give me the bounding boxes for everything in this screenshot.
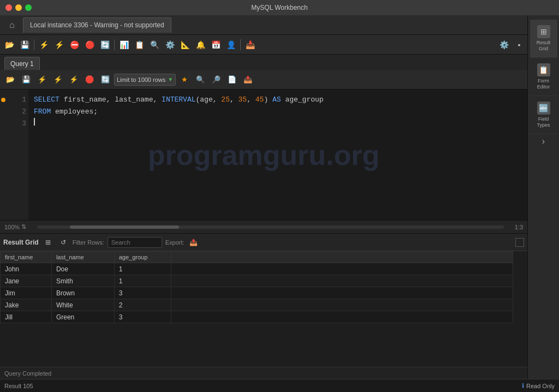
sql-editor[interactable]: 1 2 3 SELECT first_name, last_name, INTE… <box>0 90 527 221</box>
data-table: first_name last_name age_group JohnDoe1J… <box>0 251 527 377</box>
cursor-position: 1:3 <box>515 224 523 230</box>
lightning2-btn[interactable]: ⚡ <box>51 73 65 87</box>
table-row[interactable]: JaneSmith1 <box>1 275 513 287</box>
table-cell-extra <box>171 275 513 287</box>
table-cell-extra <box>171 311 513 323</box>
table-cell: John <box>1 263 52 275</box>
zoom-control[interactable]: 100% ⇅ <box>4 223 26 230</box>
grid-view-btn[interactable]: ⊞ <box>42 236 54 248</box>
line-num-1: 1 <box>9 94 26 106</box>
close-button[interactable] <box>5 4 12 11</box>
zoom-arrows-icon: ⇅ <box>21 223 26 230</box>
lightning3-btn[interactable]: ⚡ <box>67 73 81 87</box>
instance-tab[interactable]: Local instance 3306 - Warning - not supp… <box>23 17 171 33</box>
format-btn[interactable]: 📄 <box>225 73 239 87</box>
line-numbers: 1 2 3 <box>7 90 28 220</box>
stop-btn[interactable]: ⛔ <box>67 38 81 52</box>
col-header-last-name[interactable]: last_name <box>51 252 114 263</box>
info-icon: ℹ <box>522 382 524 389</box>
query-tab-1[interactable]: Query 1 <box>4 57 40 70</box>
toggle-btn[interactable]: 🔴 <box>82 38 97 52</box>
status-bar: Result 105 ℹ Read Only <box>0 379 559 392</box>
form-editor-panel-btn[interactable]: 📋 FormEditor <box>530 58 557 96</box>
main-content: Query 1 📂 💾 ⚡ ⚡ ⚡ 🛑 🔄 Limit to 1000 rows… <box>0 55 527 377</box>
table-cell: Jane <box>1 275 52 287</box>
search2-btn[interactable]: 🔎 <box>209 73 223 87</box>
stop-sql-btn[interactable]: 🛑 <box>82 73 97 87</box>
export-btn[interactable]: 📤 <box>188 236 200 248</box>
settings-icon[interactable]: ⚙️ <box>497 38 511 52</box>
table-row[interactable]: JakeWhite2 <box>1 299 513 311</box>
col-header-first-name[interactable]: first_name <box>1 252 52 263</box>
proc-btn[interactable]: ⚙️ <box>163 38 177 52</box>
code-line-2: FROM employees; <box>34 106 522 118</box>
editor-status: 100% ⇅ 1:3 <box>0 221 527 234</box>
filter-input[interactable] <box>108 237 162 248</box>
line-num-3: 3 <box>9 118 26 130</box>
field-types-panel-btn[interactable]: 🔤 FieldTypes <box>530 96 557 134</box>
result-grid-panel-label: ResultGrid <box>537 40 551 52</box>
field-types-icon: 🔤 <box>537 102 550 115</box>
lightning1-btn[interactable]: ⚡ <box>35 73 49 87</box>
select-all-checkbox[interactable] <box>515 238 524 247</box>
query-tabs: Query 1 <box>0 55 527 70</box>
maximize-button[interactable] <box>25 4 32 11</box>
scroll-thumb <box>70 225 179 229</box>
line-num-2: 2 <box>9 106 26 118</box>
import-btn[interactable]: 📥 <box>243 38 257 52</box>
refresh-sql-btn[interactable]: 🔄 <box>98 73 112 87</box>
table-cell: Green <box>51 311 114 323</box>
code-line-1: SELECT first_name, last_name, INTERVAL(a… <box>34 94 522 106</box>
export-label: Export: <box>165 239 185 246</box>
horizontal-scrollbar[interactable] <box>37 225 504 229</box>
window-title: MySQL Workbench <box>251 4 307 11</box>
col-header-age-group[interactable]: age_group <box>114 252 171 263</box>
explain-btn[interactable]: ⚡ <box>52 38 66 52</box>
view-btn[interactable]: 🔍 <box>147 38 162 52</box>
result-toolbar: Result Grid ⊞ ↺ Filter Rows: Export: 📤 <box>0 234 527 251</box>
panel-expand-btn[interactable]: › <box>542 136 545 146</box>
chevron-right-icon: › <box>542 136 545 146</box>
star-btn[interactable]: ★ <box>177 73 192 87</box>
form-editor-icon: 📋 <box>537 63 550 76</box>
filter-label: Filter Rows: <box>73 239 104 246</box>
message-bar: Query Completed <box>0 367 527 379</box>
refresh-btn[interactable]: 🔄 <box>98 38 112 52</box>
table-cell: Jim <box>1 287 52 299</box>
refresh-result-btn[interactable]: ↺ <box>57 236 69 248</box>
search1-btn[interactable]: 🔍 <box>193 73 207 87</box>
event-btn[interactable]: 📅 <box>209 38 223 52</box>
table-row[interactable]: JimBrown3 <box>1 287 513 299</box>
open-sql-btn[interactable]: 📂 <box>3 73 17 87</box>
right-panel: ⊞ ResultGrid 📋 FormEditor 🔤 FieldTypes › <box>527 15 559 392</box>
form-editor-panel-label: FormEditor <box>537 78 550 90</box>
limit-select[interactable]: Limit to 1000 rows ▼ <box>114 74 176 86</box>
limit-arrow-icon: ▼ <box>168 76 173 82</box>
toolbar-sep-3 <box>240 39 241 50</box>
code-content[interactable]: SELECT first_name, last_name, INTERVAL(a… <box>28 90 527 220</box>
sql-toolbar: 📂 💾 ⚡ ⚡ ⚡ 🛑 🔄 Limit to 1000 rows ▼ ★ 🔍 🔎… <box>0 70 527 90</box>
save-btn[interactable]: 💾 <box>17 38 32 52</box>
layout1-icon[interactable]: ▪ <box>512 38 526 52</box>
schema-btn[interactable]: 📊 <box>117 38 131 52</box>
save-sql-btn[interactable]: 💾 <box>19 73 33 87</box>
result-grid-label: Result Grid <box>3 239 39 246</box>
export-sql-btn[interactable]: 📤 <box>241 73 255 87</box>
execute-btn[interactable]: ⚡ <box>37 38 51 52</box>
table-btn[interactable]: 📋 <box>132 38 146 52</box>
table-row[interactable]: JohnDoe1 <box>1 263 513 275</box>
open-folder-btn[interactable]: 📂 <box>2 38 16 52</box>
table-row[interactable]: JillGreen3 <box>1 311 513 323</box>
toolbar-sep-2 <box>114 39 115 50</box>
home-icon[interactable]: ⌂ <box>4 17 20 33</box>
result-count-label: Result 105 <box>4 383 33 389</box>
result-grid-panel-btn[interactable]: ⊞ ResultGrid <box>530 20 557 58</box>
readonly-label: Read Only <box>526 383 555 389</box>
trigger-btn[interactable]: 🔔 <box>193 38 207 52</box>
main-toolbar: 📂 💾 ⚡ ⚡ ⛔ 🔴 🔄 📊 📋 🔍 ⚙️ 📐 🔔 📅 👤 📥 ⚙️ ▪ ▪ … <box>0 35 559 55</box>
user-btn[interactable]: 👤 <box>224 38 238 52</box>
top-nav: ⌂ Local instance 3306 - Warning - not su… <box>0 15 559 35</box>
minimize-button[interactable] <box>15 4 22 11</box>
line-indicator <box>0 90 7 220</box>
func-btn[interactable]: 📐 <box>178 38 192 52</box>
